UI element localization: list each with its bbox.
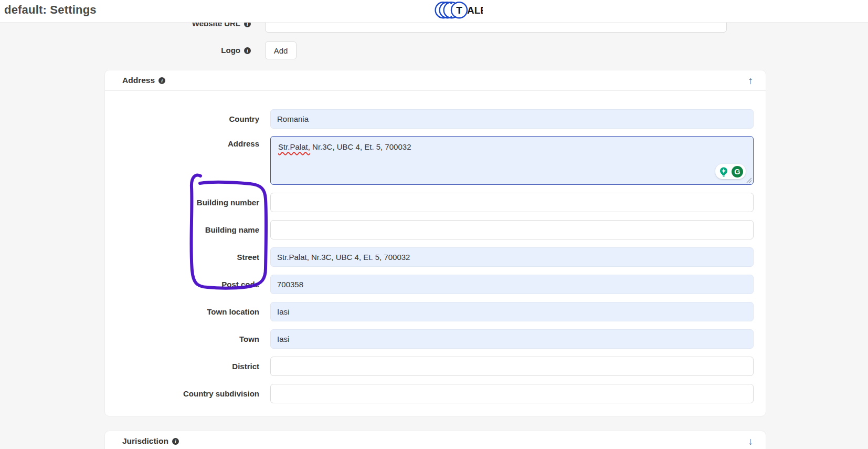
post-code-label: Post code xyxy=(105,275,259,294)
misspelled-text: Str.Palat, xyxy=(278,142,310,151)
country-subdivision-input[interactable] xyxy=(270,384,754,403)
info-icon[interactable]: i xyxy=(158,77,165,84)
resize-handle[interactable] xyxy=(746,177,752,183)
address-section-card: Addressi ↑ Country Address Str.Palat, Nr… xyxy=(104,70,766,416)
town-location-label: Town location xyxy=(105,302,259,321)
page-title: default: Settings xyxy=(4,3,97,17)
grammarly-widget[interactable]: G xyxy=(715,164,746,179)
address-label: Address xyxy=(105,134,259,153)
address-textarea[interactable]: Str.Palat, Nr.3C, UBC 4, Et. 5, 700032 G xyxy=(270,136,754,185)
country-label: Country xyxy=(105,109,259,129)
address-text: Nr.3C, UBC 4, Et. 5, 700032 xyxy=(310,142,411,151)
grammarly-g-icon[interactable]: G xyxy=(731,165,744,178)
building-name-label: Building name xyxy=(105,220,259,239)
jurisdiction-section-title: Jurisdictioni xyxy=(122,436,179,446)
building-name-input[interactable] xyxy=(270,220,754,239)
info-icon[interactable]: i xyxy=(244,47,251,54)
building-number-input[interactable] xyxy=(270,193,754,212)
info-icon[interactable]: i xyxy=(172,438,179,445)
top-bar: default: Settings T ALER xyxy=(0,0,868,23)
street-input[interactable] xyxy=(270,247,754,267)
town-location-input[interactable] xyxy=(270,302,754,321)
collapse-down-icon[interactable]: ↓ xyxy=(748,436,754,447)
jurisdiction-section-header: Jurisdictioni ↓ xyxy=(105,431,766,449)
collapse-up-icon[interactable]: ↑ xyxy=(748,75,754,87)
svg-text:G: G xyxy=(734,168,740,176)
logo-label-row: Logoi xyxy=(105,46,251,55)
country-input[interactable] xyxy=(270,109,754,129)
suggestion-lightbulb-icon[interactable] xyxy=(717,165,730,178)
address-section-header: Addressi ↑ xyxy=(105,70,766,91)
address-section-title: Addressi xyxy=(122,76,165,85)
town-input[interactable] xyxy=(270,329,754,349)
settings-page: Website URLi Logoi Add default: Settings… xyxy=(0,0,868,449)
jurisdiction-section-card: Jurisdictioni ↓ xyxy=(104,431,766,449)
add-logo-button[interactable]: Add xyxy=(265,41,297,59)
logo-label: Logo xyxy=(221,46,240,55)
district-label: District xyxy=(105,357,259,376)
svg-text:ALER: ALER xyxy=(467,5,483,16)
street-label: Street xyxy=(105,247,259,267)
post-code-input[interactable] xyxy=(270,275,754,294)
town-label: Town xyxy=(105,329,259,349)
svg-text:T: T xyxy=(456,5,462,16)
district-input[interactable] xyxy=(270,357,754,376)
taler-logo-icon: T ALER xyxy=(435,0,483,22)
building-number-label: Building number xyxy=(105,193,259,212)
country-subdivision-label: Country subdivision xyxy=(105,384,259,403)
